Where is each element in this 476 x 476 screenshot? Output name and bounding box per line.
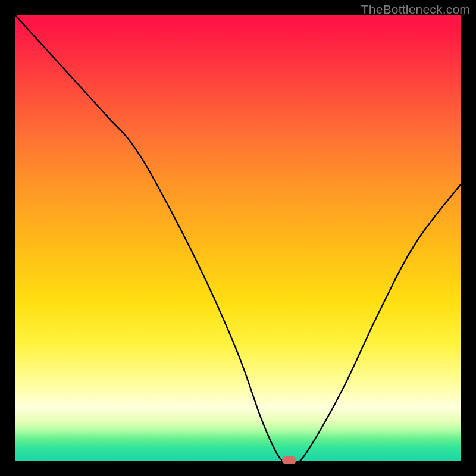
bottleneck-curve [15,15,461,461]
curve-svg [15,15,461,461]
chart-stage: TheBottleneck.com [0,0,476,476]
watermark-text: TheBottleneck.com [361,2,470,17]
optimal-marker [282,456,296,464]
plot-area [15,15,461,461]
